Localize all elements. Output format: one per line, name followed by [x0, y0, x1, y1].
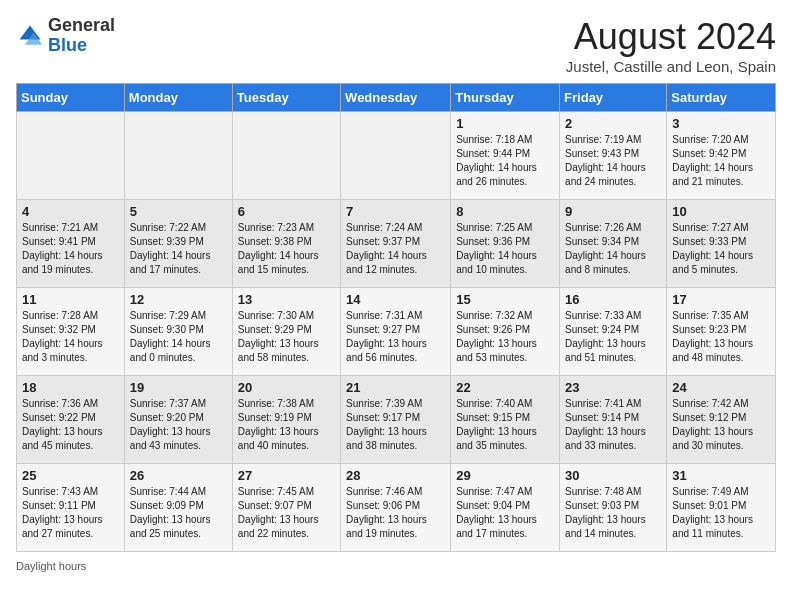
day-number: 13 [238, 292, 335, 307]
title-block: August 2024 Justel, Castille and Leon, S… [566, 16, 776, 75]
day-number: 3 [672, 116, 770, 131]
day-number: 16 [565, 292, 661, 307]
calendar-day-header: Tuesday [232, 84, 340, 112]
calendar-cell [17, 112, 125, 200]
day-number: 30 [565, 468, 661, 483]
day-number: 28 [346, 468, 445, 483]
calendar-week-row: 4Sunrise: 7:21 AM Sunset: 9:41 PM Daylig… [17, 200, 776, 288]
day-number: 24 [672, 380, 770, 395]
calendar-cell: 6Sunrise: 7:23 AM Sunset: 9:38 PM Daylig… [232, 200, 340, 288]
calendar-cell: 24Sunrise: 7:42 AM Sunset: 9:12 PM Dayli… [667, 376, 776, 464]
cell-content: Sunrise: 7:19 AM Sunset: 9:43 PM Dayligh… [565, 133, 661, 189]
calendar-cell: 20Sunrise: 7:38 AM Sunset: 9:19 PM Dayli… [232, 376, 340, 464]
calendar-cell: 18Sunrise: 7:36 AM Sunset: 9:22 PM Dayli… [17, 376, 125, 464]
day-number: 6 [238, 204, 335, 219]
day-number: 4 [22, 204, 119, 219]
calendar-cell: 12Sunrise: 7:29 AM Sunset: 9:30 PM Dayli… [124, 288, 232, 376]
calendar-cell [124, 112, 232, 200]
day-number: 22 [456, 380, 554, 395]
calendar-cell: 7Sunrise: 7:24 AM Sunset: 9:37 PM Daylig… [341, 200, 451, 288]
day-number: 10 [672, 204, 770, 219]
cell-content: Sunrise: 7:24 AM Sunset: 9:37 PM Dayligh… [346, 221, 445, 277]
calendar-week-row: 18Sunrise: 7:36 AM Sunset: 9:22 PM Dayli… [17, 376, 776, 464]
calendar-cell: 15Sunrise: 7:32 AM Sunset: 9:26 PM Dayli… [451, 288, 560, 376]
calendar-cell: 19Sunrise: 7:37 AM Sunset: 9:20 PM Dayli… [124, 376, 232, 464]
cell-content: Sunrise: 7:43 AM Sunset: 9:11 PM Dayligh… [22, 485, 119, 541]
cell-content: Sunrise: 7:23 AM Sunset: 9:38 PM Dayligh… [238, 221, 335, 277]
calendar-week-row: 25Sunrise: 7:43 AM Sunset: 9:11 PM Dayli… [17, 464, 776, 552]
page-header: General Blue August 2024 Justel, Castill… [16, 16, 776, 75]
calendar-table: SundayMondayTuesdayWednesdayThursdayFrid… [16, 83, 776, 552]
cell-content: Sunrise: 7:28 AM Sunset: 9:32 PM Dayligh… [22, 309, 119, 365]
cell-content: Sunrise: 7:33 AM Sunset: 9:24 PM Dayligh… [565, 309, 661, 365]
cell-content: Sunrise: 7:42 AM Sunset: 9:12 PM Dayligh… [672, 397, 770, 453]
cell-content: Sunrise: 7:25 AM Sunset: 9:36 PM Dayligh… [456, 221, 554, 277]
day-number: 29 [456, 468, 554, 483]
day-number: 18 [22, 380, 119, 395]
calendar-day-header: Sunday [17, 84, 125, 112]
logo-blue-text: Blue [48, 36, 115, 56]
calendar-cell: 30Sunrise: 7:48 AM Sunset: 9:03 PM Dayli… [560, 464, 667, 552]
calendar-cell: 3Sunrise: 7:20 AM Sunset: 9:42 PM Daylig… [667, 112, 776, 200]
calendar-cell: 28Sunrise: 7:46 AM Sunset: 9:06 PM Dayli… [341, 464, 451, 552]
day-number: 27 [238, 468, 335, 483]
calendar-cell: 11Sunrise: 7:28 AM Sunset: 9:32 PM Dayli… [17, 288, 125, 376]
calendar-cell: 23Sunrise: 7:41 AM Sunset: 9:14 PM Dayli… [560, 376, 667, 464]
calendar-cell: 21Sunrise: 7:39 AM Sunset: 9:17 PM Dayli… [341, 376, 451, 464]
calendar-day-header: Saturday [667, 84, 776, 112]
calendar-cell: 31Sunrise: 7:49 AM Sunset: 9:01 PM Dayli… [667, 464, 776, 552]
calendar-header-row: SundayMondayTuesdayWednesdayThursdayFrid… [17, 84, 776, 112]
cell-content: Sunrise: 7:41 AM Sunset: 9:14 PM Dayligh… [565, 397, 661, 453]
day-number: 25 [22, 468, 119, 483]
cell-content: Sunrise: 7:38 AM Sunset: 9:19 PM Dayligh… [238, 397, 335, 453]
calendar-cell: 1Sunrise: 7:18 AM Sunset: 9:44 PM Daylig… [451, 112, 560, 200]
calendar-cell: 8Sunrise: 7:25 AM Sunset: 9:36 PM Daylig… [451, 200, 560, 288]
month-year: August 2024 [566, 16, 776, 58]
cell-content: Sunrise: 7:40 AM Sunset: 9:15 PM Dayligh… [456, 397, 554, 453]
cell-content: Sunrise: 7:36 AM Sunset: 9:22 PM Dayligh… [22, 397, 119, 453]
cell-content: Sunrise: 7:49 AM Sunset: 9:01 PM Dayligh… [672, 485, 770, 541]
day-number: 14 [346, 292, 445, 307]
calendar-cell: 2Sunrise: 7:19 AM Sunset: 9:43 PM Daylig… [560, 112, 667, 200]
day-number: 12 [130, 292, 227, 307]
day-number: 9 [565, 204, 661, 219]
calendar-footer: Daylight hours [16, 560, 776, 572]
day-number: 26 [130, 468, 227, 483]
cell-content: Sunrise: 7:47 AM Sunset: 9:04 PM Dayligh… [456, 485, 554, 541]
cell-content: Sunrise: 7:39 AM Sunset: 9:17 PM Dayligh… [346, 397, 445, 453]
day-number: 7 [346, 204, 445, 219]
calendar-cell: 25Sunrise: 7:43 AM Sunset: 9:11 PM Dayli… [17, 464, 125, 552]
day-number: 21 [346, 380, 445, 395]
calendar-cell: 10Sunrise: 7:27 AM Sunset: 9:33 PM Dayli… [667, 200, 776, 288]
cell-content: Sunrise: 7:48 AM Sunset: 9:03 PM Dayligh… [565, 485, 661, 541]
day-number: 8 [456, 204, 554, 219]
day-number: 17 [672, 292, 770, 307]
calendar-cell: 16Sunrise: 7:33 AM Sunset: 9:24 PM Dayli… [560, 288, 667, 376]
day-number: 19 [130, 380, 227, 395]
calendar-day-header: Friday [560, 84, 667, 112]
cell-content: Sunrise: 7:32 AM Sunset: 9:26 PM Dayligh… [456, 309, 554, 365]
cell-content: Sunrise: 7:21 AM Sunset: 9:41 PM Dayligh… [22, 221, 119, 277]
calendar-cell: 5Sunrise: 7:22 AM Sunset: 9:39 PM Daylig… [124, 200, 232, 288]
location: Justel, Castille and Leon, Spain [566, 58, 776, 75]
cell-content: Sunrise: 7:18 AM Sunset: 9:44 PM Dayligh… [456, 133, 554, 189]
calendar-cell [232, 112, 340, 200]
cell-content: Sunrise: 7:44 AM Sunset: 9:09 PM Dayligh… [130, 485, 227, 541]
calendar-week-row: 11Sunrise: 7:28 AM Sunset: 9:32 PM Dayli… [17, 288, 776, 376]
logo: General Blue [16, 16, 115, 56]
cell-content: Sunrise: 7:30 AM Sunset: 9:29 PM Dayligh… [238, 309, 335, 365]
calendar-day-header: Thursday [451, 84, 560, 112]
calendar-cell: 4Sunrise: 7:21 AM Sunset: 9:41 PM Daylig… [17, 200, 125, 288]
calendar-cell [341, 112, 451, 200]
cell-content: Sunrise: 7:46 AM Sunset: 9:06 PM Dayligh… [346, 485, 445, 541]
logo-icon [16, 22, 44, 50]
calendar-day-header: Monday [124, 84, 232, 112]
calendar-cell: 9Sunrise: 7:26 AM Sunset: 9:34 PM Daylig… [560, 200, 667, 288]
day-number: 2 [565, 116, 661, 131]
cell-content: Sunrise: 7:26 AM Sunset: 9:34 PM Dayligh… [565, 221, 661, 277]
calendar-cell: 14Sunrise: 7:31 AM Sunset: 9:27 PM Dayli… [341, 288, 451, 376]
logo-text: General Blue [48, 16, 115, 56]
calendar-week-row: 1Sunrise: 7:18 AM Sunset: 9:44 PM Daylig… [17, 112, 776, 200]
day-number: 1 [456, 116, 554, 131]
cell-content: Sunrise: 7:29 AM Sunset: 9:30 PM Dayligh… [130, 309, 227, 365]
